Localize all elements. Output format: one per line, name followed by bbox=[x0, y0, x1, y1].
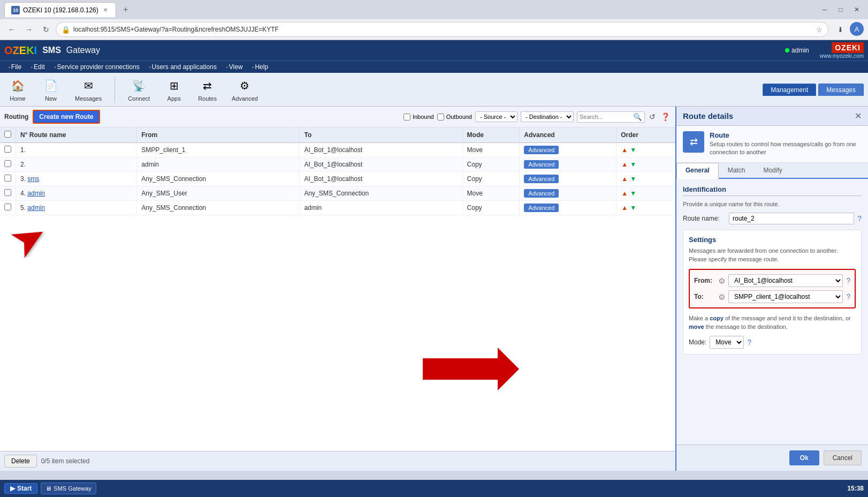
new-tab-button[interactable]: + bbox=[119, 3, 132, 16]
route-name-input[interactable] bbox=[729, 213, 854, 224]
profile-button[interactable]: A bbox=[850, 22, 864, 36]
toolbar-routes[interactable]: ⇄ Routes bbox=[194, 75, 221, 104]
advanced-button[interactable]: Advanced bbox=[524, 175, 559, 183]
advanced-button[interactable]: Advanced bbox=[524, 204, 559, 212]
select-all-checkbox[interactable] bbox=[4, 131, 11, 138]
table-row: 3. sms Any_SMS_Connection AI_Bot_1@local… bbox=[0, 172, 675, 186]
menu-service-provider[interactable]: Service provider connections bbox=[50, 62, 144, 72]
table-header-row: N° Route name From To Mode Advanced Orde… bbox=[0, 127, 675, 143]
inbound-filter[interactable]: Inbound bbox=[403, 114, 434, 121]
order-down-button[interactable]: ▼ bbox=[629, 204, 637, 212]
row-checkbox-cell bbox=[0, 172, 16, 186]
source-filter[interactable]: - Source - bbox=[475, 111, 517, 122]
row-checkbox[interactable] bbox=[4, 146, 11, 153]
nav-forward-button[interactable]: → bbox=[21, 22, 36, 37]
order-down-button[interactable]: ▼ bbox=[629, 190, 637, 197]
ozeki-url: www.myozeki.com bbox=[820, 53, 864, 59]
from-select[interactable]: AI_Bot_1@localhost SMPP_client_1 admin A… bbox=[728, 274, 843, 287]
order-up-button[interactable]: ▲ bbox=[621, 175, 628, 183]
route-name-row: Route name: ? bbox=[683, 213, 862, 224]
row-name-link[interactable]: admin bbox=[27, 190, 45, 197]
row-checkbox[interactable] bbox=[4, 160, 11, 167]
row-name-link[interactable]: sms bbox=[27, 175, 39, 183]
order-arrows: ▲ ▼ bbox=[621, 204, 671, 212]
ok-button[interactable]: Ok bbox=[789, 450, 819, 465]
connect-label: Connect bbox=[128, 95, 150, 102]
messages-tab[interactable]: Messages bbox=[818, 84, 864, 96]
delete-button[interactable]: Delete bbox=[4, 455, 37, 468]
from-row: From: ⊙ AI_Bot_1@localhost SMPP_client_1… bbox=[694, 274, 850, 287]
outbound-checkbox[interactable] bbox=[437, 114, 444, 121]
from-help-icon[interactable]: ? bbox=[846, 276, 850, 285]
toolbar-home[interactable]: 🏠 Home bbox=[4, 75, 31, 104]
advanced-button[interactable]: Advanced bbox=[524, 189, 559, 198]
row-checkbox[interactable] bbox=[4, 189, 11, 196]
order-down-button[interactable]: ▼ bbox=[629, 161, 637, 168]
order-up-button[interactable]: ▲ bbox=[621, 146, 628, 154]
menu-file[interactable]: File bbox=[4, 62, 26, 72]
row-num: 4. admin bbox=[16, 186, 137, 201]
advanced-button[interactable]: Advanced bbox=[524, 160, 559, 169]
tab-general[interactable]: General bbox=[676, 163, 719, 179]
window-close[interactable]: ✕ bbox=[850, 3, 864, 17]
search-input[interactable] bbox=[577, 112, 631, 121]
menu-help[interactable]: Help bbox=[248, 62, 273, 72]
destination-filter[interactable]: - Destination - bbox=[521, 111, 574, 122]
refresh-button[interactable]: ↺ bbox=[648, 111, 657, 122]
order-up-button[interactable]: ▲ bbox=[621, 204, 628, 212]
menu-edit[interactable]: Edit bbox=[27, 62, 49, 72]
row-to: AI_Bot_1@localhost bbox=[300, 172, 462, 186]
row-from: Any_SMS_Connection bbox=[137, 172, 300, 186]
download-button[interactable]: ⬇ bbox=[833, 22, 848, 37]
help-button[interactable]: ❓ bbox=[660, 111, 671, 122]
toolbar-advanced[interactable]: ⚙ Advanced bbox=[227, 75, 262, 104]
order-down-button[interactable]: ▼ bbox=[629, 146, 637, 154]
toolbar-connect[interactable]: 📡 Connect bbox=[124, 75, 154, 104]
route-info-section: ⇄ Route Setup routes to control how mess… bbox=[676, 126, 868, 163]
bookmark-icon[interactable]: ☆ bbox=[816, 26, 823, 34]
row-checkbox-cell bbox=[0, 186, 16, 201]
route-name-help-icon[interactable]: ? bbox=[857, 214, 862, 223]
menu-users-apps[interactable]: Users and applications bbox=[145, 62, 221, 72]
row-num: 5. admin bbox=[16, 201, 137, 215]
window-minimize[interactable]: ─ bbox=[818, 3, 832, 17]
row-name-link[interactable]: admin bbox=[27, 204, 45, 212]
management-tab[interactable]: Management bbox=[763, 84, 816, 96]
close-panel-button[interactable]: ✕ bbox=[855, 111, 862, 121]
row-to: AI_Bot_1@localhost bbox=[300, 157, 462, 172]
outbound-filter[interactable]: Outbound bbox=[437, 114, 472, 121]
order-down-button[interactable]: ▼ bbox=[629, 175, 637, 183]
inbound-checkbox[interactable] bbox=[403, 114, 410, 121]
order-up-button[interactable]: ▲ bbox=[621, 190, 628, 197]
order-arrows: ▲ ▼ bbox=[621, 190, 671, 197]
row-mode: Copy bbox=[462, 201, 520, 215]
tab-match[interactable]: Match bbox=[719, 163, 755, 178]
browser-tab[interactable]: 10 OZEKI 10 (192.168.0.126) ✕ bbox=[4, 2, 116, 17]
tab-modify[interactable]: Modify bbox=[754, 163, 791, 178]
toolbar-new[interactable]: 📄 New bbox=[37, 75, 64, 104]
table-row: 2. admin AI_Bot_1@localhost Copy Advance… bbox=[0, 157, 675, 172]
th-from: From bbox=[137, 127, 300, 143]
mode-select[interactable]: Move Copy bbox=[710, 336, 744, 349]
toolbar-messages[interactable]: ✉ Messages bbox=[71, 75, 106, 104]
from-label: From: bbox=[694, 277, 715, 284]
search-button[interactable]: 🔍 bbox=[631, 112, 644, 122]
to-select[interactable]: SMPP_client_1@localhost AI_Bot_1@localho… bbox=[728, 290, 843, 303]
nav-back-button[interactable]: ← bbox=[4, 22, 19, 37]
menu-view[interactable]: View bbox=[222, 62, 247, 72]
nav-refresh-button[interactable]: ↻ bbox=[39, 22, 54, 37]
window-maximize[interactable]: □ bbox=[834, 3, 848, 17]
cancel-button[interactable]: Cancel bbox=[824, 450, 862, 465]
create-route-button[interactable]: Create new Route bbox=[33, 110, 100, 124]
row-order-cell: ▲ ▼ bbox=[616, 201, 675, 215]
address-bar[interactable]: 🔒 localhost:9515/SMS+Gateway/?a=Routing&… bbox=[56, 22, 828, 37]
row-checkbox[interactable] bbox=[4, 204, 11, 210]
toolbar-apps[interactable]: ⊞ Apps bbox=[161, 75, 187, 104]
row-from: admin bbox=[137, 157, 300, 172]
mode-help-icon[interactable]: ? bbox=[747, 338, 751, 347]
row-checkbox[interactable] bbox=[4, 175, 11, 182]
browser-tab-close[interactable]: ✕ bbox=[102, 6, 109, 14]
advanced-button[interactable]: Advanced bbox=[524, 146, 559, 154]
order-up-button[interactable]: ▲ bbox=[621, 161, 628, 168]
to-help-icon[interactable]: ? bbox=[846, 292, 850, 301]
